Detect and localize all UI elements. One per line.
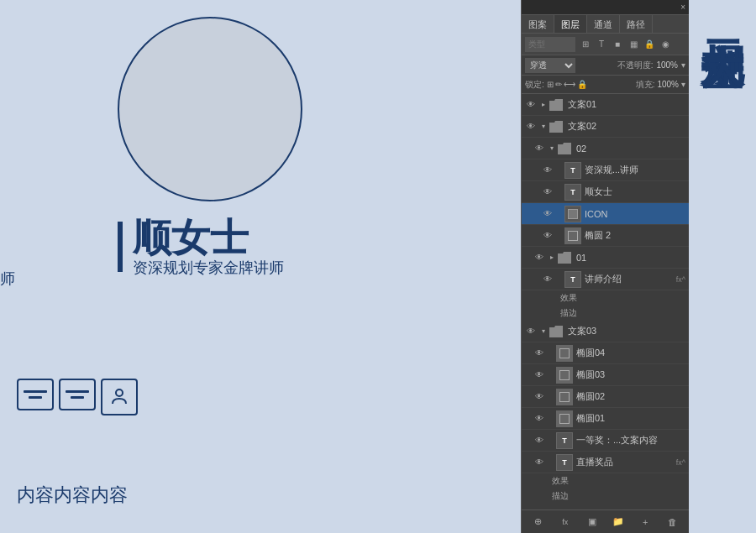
tab-paths[interactable]: 路径 <box>620 15 653 33</box>
link-layers-icon[interactable]: ⊕ <box>532 515 545 529</box>
layer-visibility-icon[interactable]: 👁 <box>533 457 545 468</box>
layer-expand-icon[interactable]: ▾ <box>548 143 556 154</box>
layer-item[interactable]: 👁T一等奖：...文案内容 <box>522 430 689 452</box>
layer-expand-icon[interactable]: ▾ <box>539 121 548 133</box>
name-main: 顺女士 <box>133 218 284 257</box>
lock-artboard-icon[interactable]: 🔒 <box>577 80 587 89</box>
layer-item[interactable]: 👁椭圆 2 <box>522 225 689 247</box>
layer-name-label: 02 <box>576 144 685 154</box>
layer-name-label: 顺女士 <box>585 186 685 198</box>
opacity-dropdown-icon[interactable]: ▾ <box>681 60 685 70</box>
layer-visibility-icon[interactable]: 👁 <box>542 208 554 220</box>
layer-visibility-icon[interactable]: 👁 <box>525 99 537 111</box>
layer-visibility-icon[interactable]: 👁 <box>525 121 537 133</box>
tab-channels[interactable]: 通道 <box>587 15 620 33</box>
layer-expand-icon[interactable]: ▾ <box>539 326 548 337</box>
layer-thumbnail <box>556 367 573 384</box>
lock-icons: ⊞ ✏ ⟷ 🔒 <box>547 80 587 89</box>
delete-layer-icon[interactable]: 🗑 <box>665 515 679 529</box>
layer-visibility-icon[interactable]: 👁 <box>533 413 545 425</box>
layer-item[interactable]: 👁▸文案01 <box>522 94 689 116</box>
layer-thumbnail <box>556 249 573 266</box>
layer-expand-icon[interactable]: ▸ <box>548 252 556 264</box>
line3 <box>66 390 89 393</box>
filter-adjust-icon[interactable]: T <box>595 38 608 51</box>
layer-name-label: ICON <box>585 209 685 219</box>
layer-expand-icon[interactable] <box>556 208 564 220</box>
layer-expand-icon[interactable] <box>548 435 556 447</box>
filter-shape-icon[interactable]: ■ <box>611 38 624 51</box>
layer-item[interactable]: 👁▾文案02 <box>522 116 689 138</box>
layer-item[interactable]: 👁T顺女士 <box>522 181 689 203</box>
layer-item[interactable]: 👁▾02 <box>522 138 689 159</box>
layer-visibility-icon[interactable]: 👁 <box>533 143 545 154</box>
layer-expand-icon[interactable] <box>548 457 556 468</box>
layer-thumbnail: T <box>564 271 581 288</box>
layer-visibility-icon[interactable]: 👁 <box>533 347 545 359</box>
lock-pixel-icon[interactable]: ⊞ <box>547 80 554 89</box>
layer-thumbnail <box>556 389 573 405</box>
layer-visibility-icon[interactable]: 👁 <box>533 435 545 447</box>
filter-lock-icon[interactable]: 🔒 <box>643 38 656 51</box>
layer-item[interactable]: 👁T讲师介绍fx ^ <box>522 269 689 290</box>
layer-expand-icon[interactable] <box>556 230 564 242</box>
layer-visibility-icon[interactable]: 👁 <box>542 274 554 285</box>
ps-toolbar: ⊞ T ■ ▦ 🔒 ◉ <box>522 34 689 55</box>
svg-point-0 <box>116 389 123 396</box>
layer-expand-icon[interactable]: ▸ <box>539 99 548 111</box>
layer-visibility-icon[interactable]: 👁 <box>542 186 554 198</box>
layer-fx-badge: fx <box>676 275 682 284</box>
layer-visibility-icon[interactable]: 👁 <box>525 326 537 337</box>
layer-item[interactable]: 👁椭圆02 <box>522 386 689 408</box>
layer-thumbnail <box>564 227 581 244</box>
ps-panel: × 图案 图层 通道 路径 ⊞ T ■ ▦ 🔒 ◉ 穿透 不透明度: 100% … <box>521 0 689 533</box>
person-svg <box>109 387 129 407</box>
lock-position-icon[interactable]: ✏ <box>555 80 562 89</box>
far-right-area: 空二规划大 <box>689 0 756 533</box>
layer-search-input[interactable] <box>525 37 575 52</box>
layer-expand-icon[interactable] <box>556 165 564 176</box>
new-group-icon[interactable]: 📁 <box>612 515 625 529</box>
layer-item[interactable]: 👁▾文案03 <box>522 321 689 342</box>
layer-expand-icon[interactable] <box>548 413 556 425</box>
layer-effect-row: 效果 <box>522 290 689 306</box>
ps-tabs: 图案 图层 通道 路径 <box>522 15 689 34</box>
tab-layers[interactable]: 图层 <box>554 15 587 33</box>
layer-visibility-icon[interactable]: 👁 <box>533 369 545 381</box>
filter-toggle-icon[interactable]: ◉ <box>659 38 672 51</box>
layer-item[interactable]: 👁T直播奖品fx ^ <box>522 452 689 473</box>
lock-all-icon[interactable]: ⟷ <box>564 80 575 89</box>
layer-item[interactable]: 👁椭圆03 <box>522 364 689 386</box>
layer-visibility-icon[interactable]: 👁 <box>542 230 554 242</box>
layer-expand-icon[interactable] <box>556 186 564 198</box>
layer-item[interactable]: 👁▸01 <box>522 247 689 269</box>
layer-visibility-icon[interactable]: 👁 <box>542 165 554 176</box>
layer-item[interactable]: 👁ICON <box>522 203 689 225</box>
line4 <box>71 396 84 399</box>
add-fx-icon[interactable]: fx <box>559 515 572 529</box>
layer-expand-icon[interactable] <box>548 391 556 403</box>
layer-expand-icon[interactable] <box>548 347 556 359</box>
filter-smart-icon[interactable]: ▦ <box>627 38 640 51</box>
layer-visibility-icon[interactable]: 👁 <box>533 252 545 264</box>
layer-name-label: 文案03 <box>568 325 685 337</box>
layer-thumbnail <box>556 410 573 427</box>
layer-expand-icon[interactable] <box>548 369 556 381</box>
ps-lock-row: 锁定: ⊞ ✏ ⟷ 🔒 填充: 100% ▾ <box>522 76 689 94</box>
tab-pattern[interactable]: 图案 <box>522 15 554 33</box>
close-button[interactable]: × <box>680 3 685 12</box>
filter-pixel-icon[interactable]: ⊞ <box>579 38 592 51</box>
layer-item[interactable]: 👁椭圆01 <box>522 408 689 430</box>
new-layer-icon[interactable]: + <box>638 515 652 529</box>
layer-fx-caret[interactable]: ^ <box>682 458 685 467</box>
fill-dropdown-icon[interactable]: ▾ <box>681 80 685 89</box>
layer-item[interactable]: 👁T资深规...讲师 <box>522 159 689 181</box>
layer-fx-caret[interactable]: ^ <box>682 275 685 284</box>
icon-block <box>17 379 138 415</box>
blend-mode-select[interactable]: 穿透 <box>525 58 575 73</box>
name-bar-decoration <box>118 222 123 272</box>
layer-item[interactable]: 👁椭圆04 <box>522 342 689 364</box>
add-mask-icon[interactable]: ▣ <box>585 515 599 529</box>
layer-visibility-icon[interactable]: 👁 <box>533 391 545 403</box>
layer-expand-icon[interactable] <box>556 274 564 285</box>
